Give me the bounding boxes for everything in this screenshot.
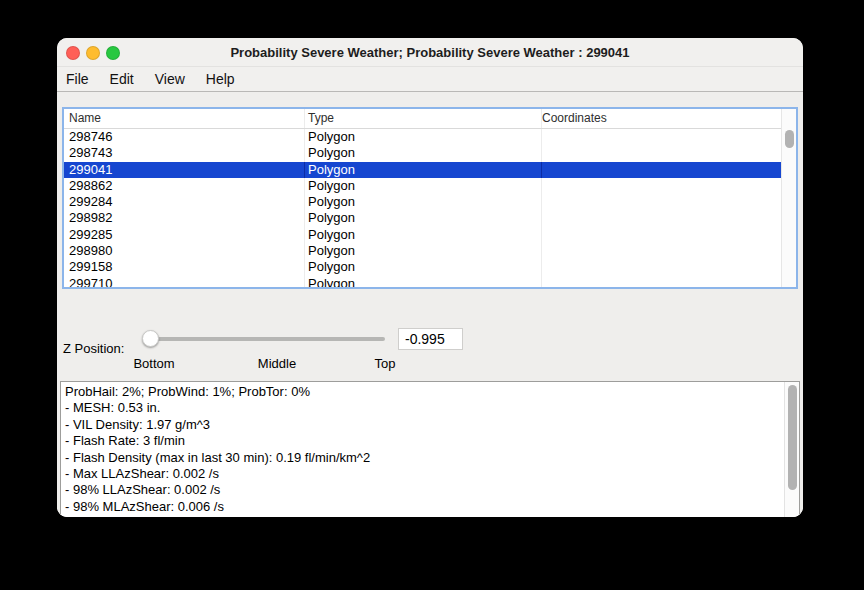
menu-bar: File Edit View Help bbox=[57, 67, 803, 92]
app-window: Probability Severe Weather; Probability … bbox=[57, 38, 803, 517]
cell-type: Polygon bbox=[305, 145, 542, 161]
window-title: Probability Severe Weather; Probability … bbox=[127, 38, 733, 66]
details-line: ProbHail: 2%; ProbWind: 1%; ProbTor: 0% bbox=[65, 384, 781, 400]
cell-type: Polygon bbox=[305, 162, 542, 178]
column-header-type[interactable]: Type bbox=[305, 109, 542, 128]
cell-name: 298746 bbox=[64, 129, 305, 145]
title-bar: Probability Severe Weather; Probability … bbox=[57, 38, 803, 67]
menu-edit[interactable]: Edit bbox=[110, 67, 134, 91]
column-header-name[interactable]: Name bbox=[64, 109, 305, 128]
cell-type: Polygon bbox=[305, 129, 542, 145]
cell-type: Polygon bbox=[305, 210, 542, 226]
cell-coordinates bbox=[542, 259, 781, 275]
table-row[interactable]: 299710 Polygon bbox=[64, 276, 781, 287]
details-lines: ProbHail: 2%; ProbWind: 1%; ProbTor: 0% … bbox=[65, 384, 781, 517]
details-line: - VIL Density: 1.97 g/m^3 bbox=[65, 417, 781, 433]
details-line: - Flash Density (max in last 30 min): 0.… bbox=[65, 450, 781, 466]
cell-coordinates bbox=[542, 227, 781, 243]
details-line: - 98% LLAzShear: 0.002 /s bbox=[65, 482, 781, 498]
table-row[interactable]: 298743 Polygon bbox=[64, 145, 781, 161]
table-header-row: Name Type Coordinates bbox=[64, 109, 781, 129]
table-row[interactable]: 299158 Polygon bbox=[64, 259, 781, 275]
cell-type: Polygon bbox=[305, 227, 542, 243]
table-scrollbar-thumb[interactable] bbox=[785, 130, 794, 148]
cell-name: 299710 bbox=[64, 276, 305, 287]
z-position-label: Z Position: bbox=[63, 341, 124, 356]
minimize-button[interactable] bbox=[86, 46, 100, 60]
table-row[interactable]: 299284 Polygon bbox=[64, 194, 781, 210]
menu-view[interactable]: View bbox=[155, 67, 185, 91]
cell-type: Polygon bbox=[305, 194, 542, 210]
cell-coordinates bbox=[542, 129, 781, 145]
cell-name: 299285 bbox=[64, 227, 305, 243]
details-line: - Norm. vert. growth rate: N/A bbox=[65, 515, 781, 517]
cell-coordinates bbox=[542, 276, 781, 287]
table-row[interactable]: 299285 Polygon bbox=[64, 227, 781, 243]
cell-type: Polygon bbox=[305, 178, 542, 194]
details-scrollbar[interactable] bbox=[784, 382, 799, 517]
cell-name: 298980 bbox=[64, 243, 305, 259]
cell-coordinates bbox=[542, 210, 781, 226]
cell-name: 298862 bbox=[64, 178, 305, 194]
cell-name: 298743 bbox=[64, 145, 305, 161]
z-position-slider-track[interactable] bbox=[145, 337, 385, 341]
details-scrollbar-thumb[interactable] bbox=[788, 385, 797, 490]
cell-coordinates bbox=[542, 162, 781, 178]
table-row[interactable]: 298862 Polygon bbox=[64, 178, 781, 194]
details-line: - MESH: 0.53 in. bbox=[65, 400, 781, 416]
z-position-value-field[interactable] bbox=[398, 328, 463, 350]
details-line: - Max LLAzShear: 0.002 /s bbox=[65, 466, 781, 482]
cell-coordinates bbox=[542, 145, 781, 161]
cell-coordinates bbox=[542, 178, 781, 194]
table-row[interactable]: 299041 Polygon bbox=[64, 162, 781, 178]
cell-type: Polygon bbox=[305, 276, 542, 287]
table-row[interactable]: 298980 Polygon bbox=[64, 243, 781, 259]
table-row[interactable]: 298982 Polygon bbox=[64, 210, 781, 226]
cell-name: 298982 bbox=[64, 210, 305, 226]
table-scrollbar[interactable] bbox=[781, 109, 796, 287]
cell-type: Polygon bbox=[305, 259, 542, 275]
close-button[interactable] bbox=[66, 46, 80, 60]
zoom-button[interactable] bbox=[106, 46, 120, 60]
details-line: - Flash Rate: 3 fl/min bbox=[65, 433, 781, 449]
slider-tick-bottom: Bottom bbox=[133, 356, 174, 371]
cell-name: 299041 bbox=[64, 162, 305, 178]
cell-coordinates bbox=[542, 194, 781, 210]
table-body: 298746 Polygon 298743 Polygon 299041 Pol… bbox=[64, 129, 781, 287]
column-header-coordinates[interactable]: Coordinates bbox=[542, 109, 781, 128]
feature-table: Name Type Coordinates 298746 Polygon 298… bbox=[62, 107, 798, 289]
slider-tick-top: Top bbox=[375, 356, 396, 371]
slider-tick-middle: Middle bbox=[258, 356, 296, 371]
cell-type: Polygon bbox=[305, 243, 542, 259]
cell-coordinates bbox=[542, 243, 781, 259]
details-line: - 98% MLAzShear: 0.006 /s bbox=[65, 499, 781, 515]
details-text-area[interactable]: ProbHail: 2%; ProbWind: 1%; ProbTor: 0% … bbox=[60, 381, 800, 517]
table-row[interactable]: 298746 Polygon bbox=[64, 129, 781, 145]
z-position-slider-thumb[interactable] bbox=[142, 330, 159, 347]
cell-name: 299284 bbox=[64, 194, 305, 210]
menu-help[interactable]: Help bbox=[206, 67, 235, 91]
menu-file[interactable]: File bbox=[66, 67, 89, 91]
content-pane: Name Type Coordinates 298746 Polygon 298… bbox=[57, 92, 803, 517]
cell-name: 299158 bbox=[64, 259, 305, 275]
